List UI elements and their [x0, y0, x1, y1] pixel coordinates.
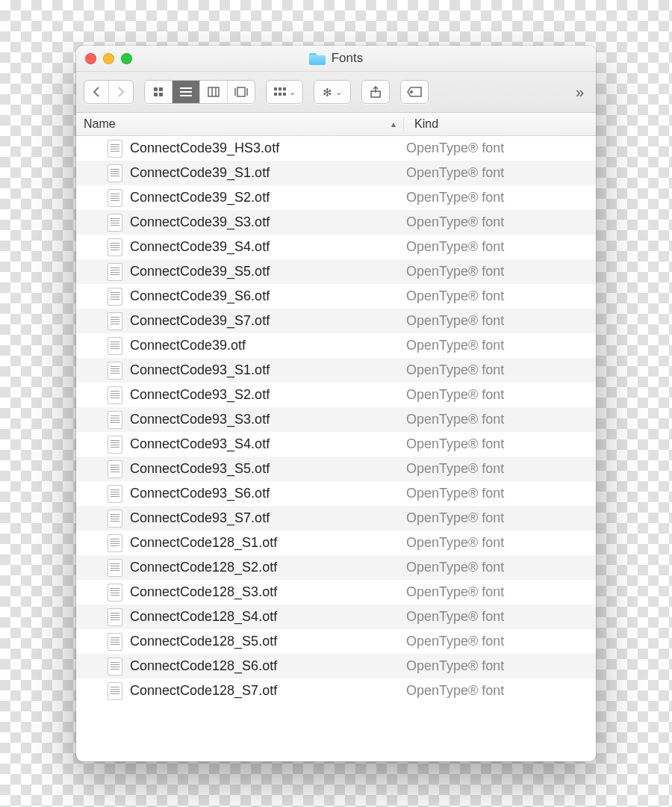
file-icon — [108, 189, 122, 207]
view-columns-button[interactable] — [200, 81, 228, 103]
file-icon — [108, 633, 122, 651]
file-icon — [108, 559, 122, 577]
file-row[interactable]: ConnectCode93_S2.otfOpenType® font — [76, 383, 596, 407]
file-name: ConnectCode39_S3.otf — [130, 214, 396, 230]
file-icon — [108, 460, 122, 478]
window-title: Fonts — [309, 51, 364, 66]
file-kind: OpenType® font — [396, 362, 504, 378]
titlebar[interactable]: Fonts — [76, 46, 596, 72]
file-row[interactable]: ConnectCode93_S7.otfOpenType® font — [76, 506, 596, 531]
column-name-label: Name — [84, 117, 116, 131]
chevron-down-icon: ⌄ — [335, 87, 342, 97]
desktop-background: Fonts — [0, 0, 672, 807]
file-name: ConnectCode93_S7.otf — [130, 510, 396, 526]
view-icons-button[interactable] — [145, 81, 172, 103]
share-button-group — [361, 80, 390, 104]
close-button[interactable] — [85, 53, 96, 64]
file-kind: OpenType® font — [396, 239, 504, 255]
minimize-button[interactable] — [103, 53, 114, 64]
file-row[interactable]: ConnectCode128_S5.otfOpenType® font — [76, 629, 596, 654]
file-row[interactable]: ConnectCode128_S4.otfOpenType® font — [76, 605, 596, 629]
zoom-button[interactable] — [121, 53, 132, 64]
file-name: ConnectCode128_S5.otf — [130, 634, 396, 649]
file-name: ConnectCode39_S1.otf — [130, 165, 396, 181]
file-row[interactable]: ConnectCode39_S1.otfOpenType® font — [76, 161, 596, 185]
column-header: Name ▴ Kind — [76, 113, 596, 136]
file-row[interactable]: ConnectCode128_S2.otfOpenType® font — [76, 555, 596, 580]
file-row[interactable]: ConnectCode128_S1.otfOpenType® font — [76, 531, 596, 555]
file-kind: OpenType® font — [396, 412, 504, 427]
file-row[interactable]: ConnectCode39_HS3.otfOpenType® font — [76, 136, 596, 161]
file-row[interactable]: ConnectCode39_S3.otfOpenType® font — [76, 210, 596, 235]
file-kind: OpenType® font — [396, 486, 504, 501]
file-name: ConnectCode128_S4.otf — [130, 609, 396, 625]
file-name: ConnectCode39_S7.otf — [130, 313, 396, 329]
file-row[interactable]: ConnectCode93_S6.otfOpenType® font — [76, 481, 596, 506]
file-name: ConnectCode39_S6.otf — [130, 288, 396, 304]
file-row[interactable]: ConnectCode93_S4.otfOpenType® font — [76, 432, 596, 457]
file-kind: OpenType® font — [396, 214, 504, 230]
file-name: ConnectCode39_S2.otf — [130, 190, 396, 205]
file-name: ConnectCode128_S2.otf — [130, 560, 396, 575]
back-button[interactable] — [84, 81, 109, 103]
file-row[interactable]: ConnectCode128_S7.otfOpenType® font — [76, 678, 596, 703]
file-icon — [108, 658, 122, 675]
file-name: ConnectCode128_S7.otf — [130, 683, 396, 699]
file-row[interactable]: ConnectCode93_S5.otfOpenType® font — [76, 457, 596, 481]
file-icon — [108, 608, 122, 626]
file-row[interactable]: ConnectCode39.otfOpenType® font — [76, 333, 596, 358]
file-row[interactable]: ConnectCode128_S3.otfOpenType® font — [76, 580, 596, 605]
file-icon — [108, 263, 122, 281]
file-icon — [108, 682, 122, 700]
forward-button[interactable] — [109, 81, 133, 103]
finder-window: Fonts — [76, 46, 596, 761]
column-kind-header[interactable]: Kind — [404, 117, 596, 131]
toolbar-overflow-button[interactable]: » — [571, 84, 588, 101]
arrange-button-group: ⌄ — [266, 80, 303, 104]
file-icon — [108, 312, 122, 330]
file-icon — [108, 337, 122, 355]
file-icon — [108, 238, 122, 256]
file-list[interactable]: ConnectCode39_HS3.otfOpenType® fontConne… — [76, 136, 596, 761]
file-kind: OpenType® font — [396, 190, 504, 205]
file-row[interactable]: ConnectCode39_S7.otfOpenType® font — [76, 309, 596, 333]
chevron-down-icon: ⌄ — [289, 87, 296, 97]
file-kind: OpenType® font — [396, 288, 504, 304]
nav-buttons — [84, 80, 134, 104]
svg-rect-16 — [274, 93, 277, 96]
file-row[interactable]: ConnectCode128_S6.otfOpenType® font — [76, 654, 596, 678]
svg-rect-0 — [154, 87, 158, 91]
file-kind: OpenType® font — [396, 560, 504, 575]
svg-rect-7 — [208, 87, 219, 96]
svg-rect-4 — [180, 87, 192, 89]
file-row[interactable]: ConnectCode39_S4.otfOpenType® font — [76, 235, 596, 259]
file-name: ConnectCode93_S5.otf — [130, 461, 396, 477]
file-icon — [108, 510, 122, 528]
gear-icon: ✻ — [323, 87, 332, 98]
column-name-header[interactable]: Name ▴ — [76, 117, 404, 131]
file-name: ConnectCode93_S4.otf — [130, 436, 396, 452]
file-row[interactable]: ConnectCode93_S3.otfOpenType® font — [76, 407, 596, 432]
window-title-text: Fonts — [332, 51, 364, 66]
svg-rect-3 — [159, 93, 163, 96]
file-icon — [108, 362, 122, 380]
file-row[interactable]: ConnectCode39_S5.otfOpenType® font — [76, 259, 596, 284]
share-button[interactable] — [362, 81, 389, 103]
file-kind: OpenType® font — [396, 140, 504, 156]
action-button[interactable]: ✻ ⌄ — [314, 81, 350, 103]
file-row[interactable]: ConnectCode39_S6.otfOpenType® font — [76, 284, 596, 309]
column-kind-label: Kind — [414, 117, 438, 130]
view-list-button[interactable] — [172, 81, 200, 103]
file-row[interactable]: ConnectCode93_S1.otfOpenType® font — [76, 358, 596, 383]
file-icon — [108, 288, 122, 306]
file-name: ConnectCode39.otf — [130, 338, 396, 353]
arrange-button[interactable]: ⌄ — [267, 81, 302, 103]
tags-button[interactable] — [401, 81, 428, 103]
file-row[interactable]: ConnectCode39_S2.otfOpenType® font — [76, 185, 596, 210]
svg-rect-2 — [154, 93, 158, 96]
svg-rect-11 — [237, 87, 245, 96]
file-name: ConnectCode93_S2.otf — [130, 387, 396, 403]
file-name: ConnectCode128_S6.otf — [130, 658, 396, 674]
view-gallery-button[interactable] — [228, 81, 255, 103]
file-kind: OpenType® font — [396, 313, 504, 329]
